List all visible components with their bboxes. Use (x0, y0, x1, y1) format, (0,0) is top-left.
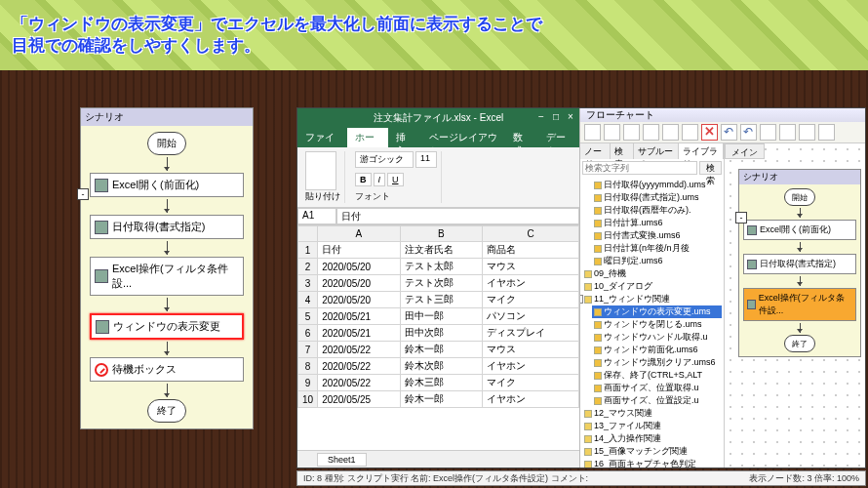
toolbar-btn[interactable] (682, 124, 698, 141)
wf-node-wait-box[interactable]: 待機ボックス (90, 357, 244, 382)
canvas-node[interactable]: 日付取得(書式指定) (743, 254, 856, 274)
tree-item[interactable]: ウィンドウの表示変更.ums (592, 305, 722, 318)
cell[interactable]: マイク (483, 292, 579, 308)
tree-item[interactable]: 保存、終了(CTRL+S,ALT (592, 369, 722, 382)
wf-node-excel-open[interactable]: Excel開く(前面化) (90, 173, 244, 197)
tree-item[interactable]: ウィンドウハンドル取得.u (592, 331, 722, 344)
toolbar-btn[interactable] (604, 124, 620, 141)
maximize-button[interactable]: □ (549, 110, 563, 124)
tree-item[interactable]: 13_ファイル関連 (582, 420, 722, 432)
cell[interactable]: パソコン (483, 308, 579, 325)
tree-item[interactable]: 日付計算.ums6 (592, 217, 722, 229)
tree-item[interactable]: 14_入力操作関連 (582, 432, 722, 445)
cell[interactable]: 2020/05/25 (318, 391, 401, 408)
underline-button[interactable]: U (387, 173, 404, 186)
canvas-tab-main[interactable]: メイン (725, 143, 765, 159)
cell[interactable]: テスト太郎 (400, 259, 482, 275)
toolbar-btn[interactable] (623, 124, 640, 141)
tree-item[interactable]: ウィンドウを閉じる.ums (592, 318, 722, 331)
worksheet[interactable]: ABC 1日付注文者氏名商品名 22020/05/20テスト太郎マウス32020… (297, 225, 579, 450)
cell[interactable]: 鈴木三郎 (400, 375, 482, 391)
sheet-tab[interactable]: Sheet1 (317, 453, 367, 467)
wf-node-excel-filter[interactable]: Excel操作(フィルタ条件設... (90, 257, 244, 296)
canvas-node[interactable]: Excel開く(前面化) (743, 220, 856, 240)
tab-formulas[interactable]: 数式 (505, 128, 538, 147)
toolbar-btn[interactable] (779, 124, 796, 141)
tree-item[interactable]: 日付取得(書式指定).ums (592, 191, 722, 204)
cell[interactable]: マウス (483, 259, 579, 275)
cell[interactable]: マイク (483, 375, 579, 391)
italic-button[interactable]: I (374, 173, 386, 186)
cell[interactable]: 2020/05/21 (318, 308, 401, 325)
toolbar-btn[interactable] (643, 124, 659, 141)
tree-item[interactable]: 10_ダイアログ (582, 280, 722, 293)
cell[interactable]: 2020/05/20 (318, 275, 401, 292)
lib-tab-search[interactable]: 検索 (611, 143, 634, 159)
cell[interactable]: テスト次郎 (400, 275, 482, 292)
undo-button[interactable] (721, 124, 737, 141)
cell[interactable]: 鈴木一郎 (400, 342, 482, 358)
bold-button[interactable]: B (355, 173, 372, 186)
cell[interactable]: イヤホン (483, 391, 579, 408)
cell[interactable]: 2020/05/22 (318, 375, 401, 391)
cell[interactable]: 鈴木一郎 (400, 391, 482, 408)
toolbar-btn[interactable] (662, 124, 679, 141)
name-box[interactable]: A1 (297, 208, 336, 224)
formula-bar[interactable]: 日付 (336, 208, 579, 224)
col-header-c[interactable]: C (483, 226, 579, 242)
collapse-toggle[interactable]: - (735, 212, 747, 224)
tree-item[interactable]: 12_マウス関連 (582, 407, 722, 420)
tree-item[interactable]: 16_画面キャプチャ色判定 (582, 458, 722, 468)
lib-tab-sub[interactable]: サブルーチ (634, 143, 679, 159)
cell[interactable]: イヤホン (483, 358, 579, 375)
tab-page-layout[interactable]: ページレイアウト (421, 128, 505, 147)
tree-item[interactable]: 11_ウィンドウ関連- (582, 293, 722, 305)
paste-button[interactable] (305, 151, 336, 190)
col-header-a[interactable]: A (318, 226, 401, 242)
cell[interactable]: 鈴木次郎 (400, 358, 482, 375)
col-header-b[interactable]: B (400, 226, 482, 242)
cell[interactable]: 2020/05/20 (318, 292, 401, 308)
tab-insert[interactable]: 挿入 (388, 128, 421, 147)
tab-file[interactable]: ファイル (297, 128, 347, 147)
toolbar-btn[interactable] (818, 124, 835, 141)
minimize-button[interactable]: − (534, 110, 548, 124)
tree-item[interactable]: 画面サイズ、位置取得.u (592, 382, 722, 394)
tree-item[interactable]: 日付計算(n年後/n月後 (592, 242, 722, 255)
search-button[interactable]: 検索 (699, 161, 722, 175)
flowchart-canvas[interactable]: メイン シナリオ - 開始 Excel開く(前面化) 日付取得(書式指定) Ex… (725, 143, 865, 468)
tree-item[interactable]: 曜日判定.ums6 (592, 255, 722, 267)
cell[interactable]: 2020/05/21 (318, 325, 401, 342)
cell[interactable]: イヤホン (483, 275, 579, 292)
toolbar-btn[interactable] (799, 124, 815, 141)
collapse-toggle[interactable]: - (77, 188, 89, 200)
cell[interactable]: ディスプレイ (483, 325, 579, 342)
cell[interactable]: 2020/05/20 (318, 259, 401, 275)
tree-item[interactable]: 日付書式変換.ums6 (592, 229, 722, 242)
delete-button[interactable] (701, 124, 718, 141)
cell[interactable]: 田中一郎 (400, 308, 482, 325)
cell[interactable]: テスト三郎 (400, 292, 482, 308)
toolbar-btn[interactable] (584, 124, 601, 141)
lib-tab-library[interactable]: ライブラリ (679, 143, 724, 159)
cell[interactable]: 田中次郎 (400, 325, 482, 342)
tree-item[interactable]: 画面サイズ、位置設定.u (592, 394, 722, 407)
tree-item[interactable]: 09_待機 (582, 267, 722, 280)
library-tree[interactable]: 日付取得(yyyymmdd).ums日付取得(書式指定).ums日付取得(西暦年… (580, 177, 724, 468)
font-name-select[interactable]: 游ゴシック (355, 151, 414, 168)
font-size-select[interactable]: 11 (415, 151, 437, 168)
cell[interactable]: 2020/05/22 (318, 358, 401, 375)
tree-item[interactable]: 日付取得(yyyymmdd).ums (592, 179, 722, 191)
tree-item[interactable]: ウィンドウ識別クリア.ums6 (592, 356, 722, 369)
toolbar-btn[interactable] (760, 124, 776, 141)
canvas-node-selected[interactable]: Excel操作(フィルタ条件設... (743, 288, 856, 321)
search-input[interactable] (582, 161, 697, 175)
tab-home[interactable]: ホーム (347, 128, 388, 147)
wf-node-date-get[interactable]: 日付取得(書式指定) (90, 215, 244, 239)
tree-item[interactable]: 日付取得(西暦年のみ). (592, 204, 722, 217)
redo-button[interactable] (740, 124, 757, 141)
tree-item[interactable]: ウィンドウ前面化.ums6 (592, 344, 722, 356)
cell[interactable]: 2020/05/22 (318, 342, 401, 358)
tab-data[interactable]: データ (538, 128, 579, 147)
tree-item[interactable]: 15_画像マッチング関連 (582, 445, 722, 458)
